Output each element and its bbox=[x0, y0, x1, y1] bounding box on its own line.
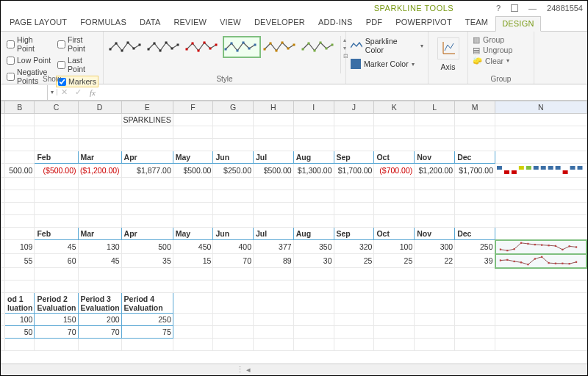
style-thumb-5[interactable] bbox=[301, 36, 337, 58]
name-box-drop-icon[interactable]: ▾ bbox=[48, 89, 57, 95]
tab-powerpivot[interactable]: POWERPIVOT bbox=[390, 15, 458, 31]
sparkline-color-btn[interactable]: Sparkline Color▾ bbox=[351, 37, 423, 54]
help-icon[interactable]: ? bbox=[496, 4, 501, 12]
col-header[interactable]: C bbox=[35, 101, 78, 114]
tab-page layout[interactable]: PAGE LAYOUT bbox=[4, 15, 73, 31]
cell[interactable]: 30 bbox=[293, 254, 334, 268]
scroll-thumb-icon[interactable]: ⋮ ◂ bbox=[236, 365, 251, 375]
style-thumb-0[interactable] bbox=[108, 36, 145, 58]
col-header[interactable]: I bbox=[293, 101, 334, 114]
period-header: Period 3 Evaluation bbox=[78, 293, 121, 314]
col-header[interactable]: K bbox=[374, 101, 415, 114]
cell[interactable]: 70 bbox=[35, 326, 78, 339]
chk-low-point[interactable]: Low Point bbox=[5, 55, 53, 65]
cell[interactable]: $1,877.00 bbox=[121, 164, 173, 178]
style-thumb-4[interactable] bbox=[262, 36, 299, 58]
tab-developer[interactable]: DEVELOPER bbox=[248, 15, 311, 31]
tab-team[interactable]: Team bbox=[459, 15, 494, 31]
cell[interactable]: 250 bbox=[455, 240, 495, 254]
axis-label[interactable]: Axis bbox=[441, 62, 456, 71]
col-header[interactable]: N bbox=[495, 101, 587, 114]
cell[interactable]: 70 bbox=[78, 326, 121, 339]
cell[interactable]: 70 bbox=[213, 254, 254, 268]
enter-icon[interactable]: ✓ bbox=[71, 87, 85, 97]
cell[interactable]: 89 bbox=[254, 254, 294, 268]
cell[interactable]: 109 bbox=[5, 240, 35, 254]
cell[interactable]: 400 bbox=[213, 240, 254, 254]
cell[interactable]: 500 bbox=[121, 240, 173, 254]
cell[interactable]: 200 bbox=[78, 314, 121, 326]
cell[interactable]: 100 bbox=[5, 314, 35, 326]
cell[interactable]: 25 bbox=[374, 254, 415, 268]
cell[interactable]: 350 bbox=[293, 240, 334, 254]
cell[interactable]: 130 bbox=[78, 240, 121, 254]
cell[interactable]: ($700.00) bbox=[374, 164, 415, 178]
cell[interactable]: 450 bbox=[173, 240, 213, 254]
fx-icon[interactable]: fx bbox=[85, 88, 100, 97]
cell[interactable]: $1,700.00 bbox=[455, 164, 495, 178]
tab-add-ins[interactable]: ADD-INS bbox=[312, 15, 359, 31]
minimize-icon[interactable]: — bbox=[528, 4, 537, 12]
cell[interactable]: 39 bbox=[455, 254, 495, 268]
group-button[interactable]: ▥Group bbox=[473, 35, 529, 44]
cell[interactable]: 320 bbox=[334, 240, 374, 254]
cell[interactable]: $1,300.00 bbox=[293, 164, 334, 178]
tab-design[interactable]: DESIGN bbox=[495, 16, 540, 32]
tab-view[interactable]: VIEW bbox=[214, 15, 247, 31]
chk-last-point[interactable]: Last Point bbox=[56, 55, 98, 74]
cell[interactable]: $1,200.00 bbox=[415, 164, 455, 178]
cell[interactable]: 377 bbox=[254, 240, 294, 254]
cell[interactable]: 25 bbox=[334, 254, 374, 268]
style-thumb-3[interactable] bbox=[223, 36, 261, 58]
cell[interactable]: 60 bbox=[35, 254, 78, 268]
svg-rect-64 bbox=[513, 260, 514, 261]
col-header[interactable]: F bbox=[173, 101, 213, 114]
cell[interactable]: 15 bbox=[173, 254, 213, 268]
style-thumb-2[interactable] bbox=[184, 36, 221, 58]
clear-button[interactable]: 🧽Clear▾ bbox=[473, 56, 529, 65]
col-header[interactable]: G bbox=[213, 101, 254, 114]
tab-review[interactable]: REVIEW bbox=[168, 15, 212, 31]
cell[interactable]: 50 bbox=[5, 326, 35, 339]
cell[interactable]: 55 bbox=[5, 254, 35, 268]
col-header[interactable]: B bbox=[5, 101, 35, 114]
cell[interactable]: $250.00 bbox=[213, 164, 254, 178]
cell[interactable]: 45 bbox=[35, 240, 78, 254]
col-header[interactable]: M bbox=[455, 101, 495, 114]
cell[interactable]: 250 bbox=[121, 314, 173, 326]
cell[interactable]: 75 bbox=[121, 326, 173, 339]
cell[interactable]: $1,700.00 bbox=[334, 164, 374, 178]
cell[interactable]: 45 bbox=[78, 254, 121, 268]
axis-button[interactable] bbox=[437, 37, 459, 59]
svg-rect-24 bbox=[264, 48, 266, 51]
col-header[interactable]: J bbox=[334, 101, 374, 114]
cell[interactable]: 300 bbox=[415, 240, 455, 254]
cell[interactable]: $500.00 bbox=[254, 164, 294, 178]
ungroup-button[interactable]: ▤Ungroup bbox=[473, 46, 529, 54]
tab-pdf[interactable]: PDF bbox=[360, 15, 389, 31]
style-thumb-1[interactable] bbox=[146, 36, 183, 58]
tab-formulas[interactable]: FORMULAS bbox=[74, 15, 132, 31]
cancel-icon[interactable]: ✕ bbox=[57, 87, 71, 97]
col-header[interactable]: L bbox=[415, 101, 455, 114]
svg-rect-22 bbox=[248, 48, 251, 50]
cell[interactable]: 100 bbox=[374, 240, 415, 254]
cell[interactable]: 22 bbox=[415, 254, 455, 268]
cell[interactable]: ($500.00) bbox=[35, 164, 78, 178]
cell[interactable]: 150 bbox=[35, 314, 78, 326]
ribbon-toggle-icon[interactable] bbox=[511, 4, 518, 12]
worksheet-area[interactable]: BCDEFGHIJKLMNSPARKLINESFebMarAprMayJunJu… bbox=[1, 101, 587, 364]
col-header[interactable]: D bbox=[78, 101, 121, 114]
tab-data[interactable]: DATA bbox=[134, 15, 167, 31]
chk-first-point[interactable]: First Point bbox=[56, 35, 98, 54]
col-header[interactable]: H bbox=[254, 101, 294, 114]
cell[interactable]: $500.00 bbox=[173, 164, 213, 178]
cell[interactable]: 35 bbox=[121, 254, 173, 268]
name-box[interactable] bbox=[2, 85, 48, 100]
horizontal-scrollbar[interactable]: ⋮ ◂ bbox=[1, 364, 587, 375]
cell[interactable]: ($1,200.00) bbox=[78, 164, 121, 178]
col-header[interactable]: E bbox=[121, 101, 173, 114]
chk-high-point[interactable]: High Point bbox=[5, 35, 53, 54]
marker-color-btn[interactable]: Marker Color▾ bbox=[351, 59, 423, 69]
cell[interactable]: 500.00 bbox=[5, 164, 35, 178]
